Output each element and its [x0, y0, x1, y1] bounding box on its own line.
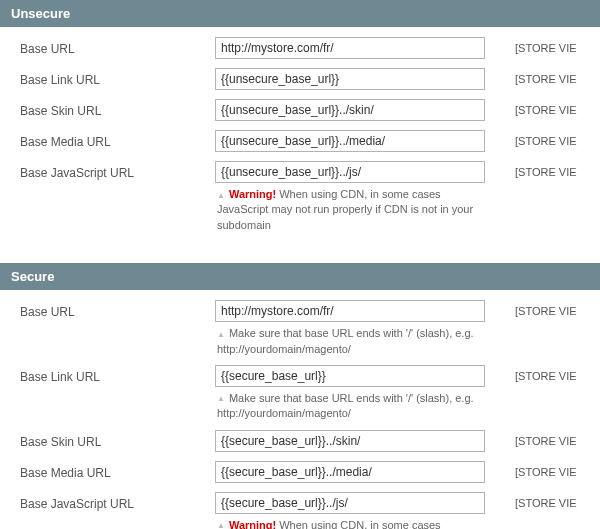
input-unsecure-base-js-url[interactable] — [215, 161, 485, 183]
label-secure-base-link-url: Base Link URL — [10, 365, 215, 388]
section-secure: Secure Base URL ▲Make sure that base URL… — [0, 263, 600, 529]
cell-unsecure-base-js-url: ▲Warning! When using CDN, in some cases … — [215, 161, 515, 233]
cell-secure-base-url: ▲Make sure that base URL ends with '/' (… — [215, 300, 515, 357]
triangle-icon: ▲ — [217, 190, 225, 201]
label-secure-base-url: Base URL — [10, 300, 215, 323]
input-unsecure-base-link-url[interactable] — [215, 68, 485, 90]
scope-unsecure-base-skin-url[interactable]: [STORE VIE — [515, 99, 577, 116]
input-secure-base-skin-url[interactable] — [215, 430, 485, 452]
scope-unsecure-base-media-url[interactable]: [STORE VIE — [515, 130, 577, 147]
hint-secure-base-url: ▲Make sure that base URL ends with '/' (… — [215, 326, 487, 357]
section-body-secure: Base URL ▲Make sure that base URL ends w… — [0, 290, 600, 529]
scope-unsecure-base-js-url[interactable]: [STORE VIE — [515, 161, 577, 178]
row-unsecure-base-skin-url: Base Skin URL [STORE VIE — [0, 99, 600, 122]
hint-secure-base-link-url: ▲Make sure that base URL ends with '/' (… — [215, 391, 487, 422]
label-unsecure-base-js-url: Base JavaScript URL — [10, 161, 215, 184]
row-unsecure-base-media-url: Base Media URL [STORE VIE — [0, 130, 600, 153]
scope-secure-base-link-url[interactable]: [STORE VIE — [515, 365, 577, 382]
row-secure-base-js-url: Base JavaScript URL ▲Warning! When using… — [0, 492, 600, 529]
scope-secure-base-media-url[interactable]: [STORE VIE — [515, 461, 577, 478]
row-secure-base-media-url: Base Media URL [STORE VIE — [0, 461, 600, 484]
row-secure-base-link-url: Base Link URL ▲Make sure that base URL e… — [0, 365, 600, 422]
scope-secure-base-js-url[interactable]: [STORE VIE — [515, 492, 577, 509]
hint-text: Make sure that base URL ends with '/' (s… — [217, 392, 474, 419]
warning-prefix: Warning! — [229, 188, 276, 200]
label-secure-base-js-url: Base JavaScript URL — [10, 492, 215, 515]
warning-prefix: Warning! — [229, 519, 276, 529]
row-secure-base-url: Base URL ▲Make sure that base URL ends w… — [0, 300, 600, 357]
cell-secure-base-link-url: ▲Make sure that base URL ends with '/' (… — [215, 365, 515, 422]
input-secure-base-media-url[interactable] — [215, 461, 485, 483]
label-unsecure-base-media-url: Base Media URL — [10, 130, 215, 153]
label-secure-base-skin-url: Base Skin URL — [10, 430, 215, 453]
scope-secure-base-skin-url[interactable]: [STORE VIE — [515, 430, 577, 447]
input-unsecure-base-skin-url[interactable] — [215, 99, 485, 121]
cell-unsecure-base-url — [215, 37, 515, 59]
triangle-icon: ▲ — [217, 393, 225, 404]
section-header-unsecure[interactable]: Unsecure — [0, 0, 600, 27]
label-unsecure-base-skin-url: Base Skin URL — [10, 99, 215, 122]
input-unsecure-base-media-url[interactable] — [215, 130, 485, 152]
scope-unsecure-base-url[interactable]: [STORE VIE — [515, 37, 577, 54]
hint-secure-js-warning: ▲Warning! When using CDN, in some cases … — [215, 518, 487, 529]
hint-unsecure-js-warning: ▲Warning! When using CDN, in some cases … — [215, 187, 487, 233]
cell-secure-base-media-url — [215, 461, 515, 483]
cell-unsecure-base-skin-url — [215, 99, 515, 121]
triangle-icon: ▲ — [217, 329, 225, 340]
hint-text: Make sure that base URL ends with '/' (s… — [217, 327, 474, 354]
cell-secure-base-js-url: ▲Warning! When using CDN, in some cases … — [215, 492, 515, 529]
section-unsecure: Unsecure Base URL [STORE VIE Base Link U… — [0, 0, 600, 245]
input-secure-base-js-url[interactable] — [215, 492, 485, 514]
label-secure-base-media-url: Base Media URL — [10, 461, 215, 484]
label-unsecure-base-url: Base URL — [10, 37, 215, 60]
row-unsecure-base-link-url: Base Link URL [STORE VIE — [0, 68, 600, 91]
input-secure-base-link-url[interactable] — [215, 365, 485, 387]
row-unsecure-base-url: Base URL [STORE VIE — [0, 37, 600, 60]
label-unsecure-base-link-url: Base Link URL — [10, 68, 215, 91]
cell-unsecure-base-link-url — [215, 68, 515, 90]
cell-secure-base-skin-url — [215, 430, 515, 452]
section-header-secure[interactable]: Secure — [0, 263, 600, 290]
input-secure-base-url[interactable] — [215, 300, 485, 322]
scope-secure-base-url[interactable]: [STORE VIE — [515, 300, 577, 317]
row-secure-base-skin-url: Base Skin URL [STORE VIE — [0, 430, 600, 453]
scope-unsecure-base-link-url[interactable]: [STORE VIE — [515, 68, 577, 85]
section-body-unsecure: Base URL [STORE VIE Base Link URL [STORE… — [0, 27, 600, 245]
input-unsecure-base-url[interactable] — [215, 37, 485, 59]
triangle-icon: ▲ — [217, 520, 225, 529]
cell-unsecure-base-media-url — [215, 130, 515, 152]
row-unsecure-base-js-url: Base JavaScript URL ▲Warning! When using… — [0, 161, 600, 233]
